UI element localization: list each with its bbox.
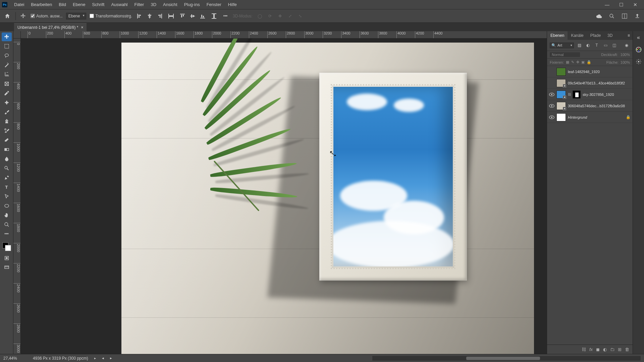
menu-filter[interactable]: Filter xyxy=(131,2,148,7)
close-tab-icon[interactable]: × xyxy=(81,25,83,30)
eraser-tool[interactable] xyxy=(2,136,12,144)
adjustment-layer-icon[interactable]: ◐ xyxy=(603,347,607,352)
magic-wand-tool[interactable] xyxy=(2,61,12,69)
menu-ebene[interactable]: Ebene xyxy=(69,2,89,7)
color-panel-icon[interactable] xyxy=(635,46,642,53)
brush-tool[interactable] xyxy=(2,108,12,116)
gradient-tool[interactable] xyxy=(2,145,12,154)
canvas-viewport[interactable]: ↖▸ xyxy=(21,39,547,354)
lock-nest-icon[interactable]: ▣ xyxy=(581,60,585,64)
crop-tool[interactable] xyxy=(2,70,12,79)
ruler-horizontal[interactable]: 0200400600800100012001400160018002000220… xyxy=(21,31,547,39)
layer-name[interactable]: 306048a5746dec...b3172fb3a6c08 xyxy=(568,104,633,108)
foreground-background-colors[interactable] xyxy=(2,242,12,253)
layer-visibility-icon[interactable] xyxy=(547,93,556,97)
hand-tool[interactable] xyxy=(2,211,12,220)
layer-row[interactable]: ▣⛓sky-3027856_1920 xyxy=(547,89,633,100)
new-layer-icon[interactable]: ⊞ xyxy=(618,347,622,352)
menu-3d[interactable]: 3D xyxy=(147,2,160,7)
path-select-tool[interactable] xyxy=(2,192,12,201)
menu-hilfe[interactable]: Hilfe xyxy=(225,2,240,7)
layer-name[interactable]: sky-3027856_1920 xyxy=(583,93,633,97)
panel-menu-icon[interactable]: ≡ xyxy=(625,33,633,38)
menu-bearbeiten[interactable]: Bearbeiten xyxy=(28,2,55,7)
layer-dropdown[interactable]: Ebene xyxy=(66,13,87,19)
move-tool[interactable] xyxy=(2,33,12,41)
menu-datei[interactable]: Datei xyxy=(11,2,28,7)
layer-mask-icon[interactable]: ◼ xyxy=(596,347,600,352)
cloud-docs-icon[interactable] xyxy=(595,12,603,20)
horizontal-scrollbar[interactable] xyxy=(372,356,641,361)
tab-layers[interactable]: Ebenen xyxy=(547,31,568,40)
healing-tool[interactable] xyxy=(2,98,12,107)
layer-thumbnail[interactable]: ▣ xyxy=(556,102,566,110)
menu-bild[interactable]: Bild xyxy=(55,2,69,7)
menu-plug-ins[interactable]: Plug-ins xyxy=(181,2,203,7)
tab-paths[interactable]: Pfade xyxy=(587,31,604,40)
layer-thumbnail[interactable] xyxy=(556,113,566,121)
edit-toolbar-icon[interactable]: ••• xyxy=(2,230,12,238)
layer-row[interactable]: ▣306048a5746dec...b3172fb3a6c08 xyxy=(547,100,633,112)
filter-shape-icon[interactable]: ▭ xyxy=(602,42,609,49)
delete-layer-icon[interactable]: 🗑 xyxy=(625,347,629,352)
layer-lock-icon[interactable]: 🔒 xyxy=(626,115,633,119)
shape-tool[interactable] xyxy=(2,201,12,210)
layer-thumbnail[interactable] xyxy=(556,68,566,76)
layer-thumbnail[interactable]: ▣ xyxy=(556,90,566,99)
opacity-value[interactable]: 100% xyxy=(621,53,630,57)
align-bottom-icon[interactable] xyxy=(199,12,207,20)
eyedropper-tool[interactable] xyxy=(2,89,12,98)
blend-mode-dropdown[interactable]: Normal xyxy=(550,52,580,57)
filter-smart-icon[interactable]: ◫ xyxy=(611,42,618,49)
filter-adjust-icon[interactable]: ◐ xyxy=(585,42,591,49)
tab-3d[interactable]: 3D xyxy=(604,31,616,40)
layer-mask-thumbnail[interactable] xyxy=(573,90,581,99)
lock-pixel-icon[interactable]: ✎ xyxy=(571,60,574,64)
auto-select-checkbox[interactable]: Autom. ausw... xyxy=(31,14,63,18)
layer-mask-link-icon[interactable]: ⛓ xyxy=(568,93,573,96)
fill-value[interactable]: 100% xyxy=(621,60,630,64)
align-center-h-icon[interactable] xyxy=(146,12,154,20)
layer-filter-dropdown[interactable]: 🔍 Art ▾ xyxy=(550,43,574,48)
nav-next-icon[interactable]: ▸ xyxy=(110,356,112,360)
search-icon[interactable] xyxy=(608,12,616,20)
ruler-vertical[interactable]: 0200400600800100012001400160018002000220… xyxy=(13,39,21,354)
blur-tool[interactable] xyxy=(2,155,12,163)
filter-type-icon[interactable]: T xyxy=(593,42,600,49)
transform-controls-checkbox[interactable]: Transformationsstrg. xyxy=(90,14,132,18)
layer-row[interactable]: ▣09c540e4f70d13...43ce46bd18f3f2 xyxy=(547,77,633,89)
type-tool[interactable]: T xyxy=(2,183,12,191)
more-options-icon[interactable]: ••• xyxy=(221,12,229,20)
nav-prev-icon[interactable]: ◂ xyxy=(102,356,104,360)
zoom-tool[interactable] xyxy=(2,220,12,229)
layer-row[interactable]: Hintergrund🔒 xyxy=(547,112,633,123)
align-top-icon[interactable] xyxy=(178,12,186,20)
menu-schrift[interactable]: Schrift xyxy=(89,2,108,7)
document-tab[interactable]: Unbenannt-1 bei 27,4% (RGB/8) * × xyxy=(14,23,87,31)
menu-auswahl[interactable]: Auswahl xyxy=(108,2,131,7)
expand-panels-icon[interactable]: « xyxy=(635,34,642,41)
lock-all-icon[interactable]: ▦ xyxy=(566,60,569,64)
layer-fx-icon[interactable]: fx xyxy=(589,347,593,352)
history-brush-tool[interactable] xyxy=(2,126,12,135)
clone-stamp-tool[interactable] xyxy=(2,117,12,126)
layer-name[interactable]: Hintergrund xyxy=(568,115,626,119)
lasso-tool[interactable] xyxy=(2,51,12,60)
layer-group-icon[interactable]: 🗀 xyxy=(610,347,614,352)
align-right-icon[interactable] xyxy=(156,12,164,20)
share-icon[interactable] xyxy=(633,12,641,20)
frame-tool[interactable] xyxy=(2,79,12,88)
menu-ansicht[interactable]: Ansicht xyxy=(160,2,181,7)
layer-name[interactable]: 09c540e4f70d13...43ce46bd18f3f2 xyxy=(568,81,633,85)
filter-toggle-icon[interactable]: ◉ xyxy=(623,42,630,49)
layer-name[interactable]: leaf-1482948_1920 xyxy=(568,70,633,74)
menu-fenster[interactable]: Fenster xyxy=(203,2,225,7)
layer-visibility-icon[interactable] xyxy=(547,104,556,108)
screen-mode-tool[interactable] xyxy=(2,263,12,272)
lock-position-icon[interactable]: ✥ xyxy=(576,60,579,64)
minimize-button[interactable]: — xyxy=(600,1,614,8)
home-icon[interactable] xyxy=(3,11,12,21)
pen-tool[interactable] xyxy=(2,173,12,182)
layer-visibility-icon[interactable] xyxy=(547,115,556,119)
align-center-v-icon[interactable] xyxy=(189,12,197,20)
